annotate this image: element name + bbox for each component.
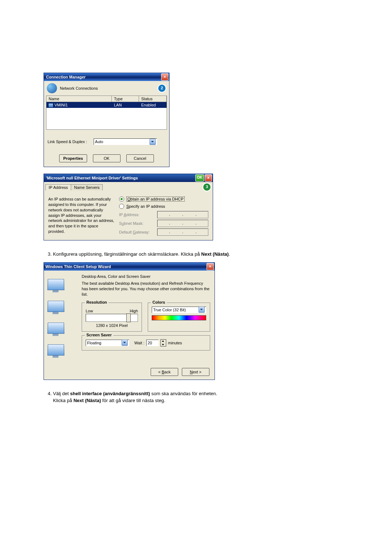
slider-low-label: Low xyxy=(86,309,93,313)
row-status: Enabled xyxy=(139,102,167,108)
resolution-slider[interactable] xyxy=(86,314,138,322)
link-speed-label: Link Speed & Duplex : xyxy=(48,139,87,144)
subnet-mask-input: ... xyxy=(157,220,208,227)
mp-title: 'Microsoft null Ethernet Miniport Driver… xyxy=(46,176,138,180)
colors-value: True Color (32 Bit) xyxy=(153,308,186,312)
colors-legend: Colors xyxy=(151,300,167,304)
close-icon[interactable]: × xyxy=(161,73,168,81)
close-icon[interactable]: × xyxy=(205,174,212,182)
radio-dhcp-label: OObtain an IP address via DHCPbtain an I… xyxy=(126,197,185,202)
row-type: LAN xyxy=(112,102,139,108)
instruction-step-3: Konfigurera upplösning, färginställninga… xyxy=(53,251,348,258)
monitor-icon xyxy=(47,279,64,293)
nic-icon xyxy=(49,104,53,107)
resolution-value: 1280 x 1024 Pixel xyxy=(86,323,138,328)
slider-high-label: High xyxy=(130,309,138,313)
radio-dhcp[interactable] xyxy=(119,197,124,202)
wait-value: 20 xyxy=(148,341,152,345)
screensaver-select[interactable]: Floating xyxy=(86,340,129,346)
colors-fieldset: Colors True Color (32 Bit) xyxy=(148,303,210,332)
slider-thumb[interactable] xyxy=(126,313,131,322)
miniport-settings-window: 'Microsoft null Ethernet Miniport Driver… xyxy=(44,174,213,240)
color-spectrum xyxy=(152,315,206,320)
mp-title-bar: 'Microsoft null Ethernet Miniport Driver… xyxy=(44,174,213,182)
gateway-label: Default Gateway: xyxy=(119,230,157,234)
close-icon[interactable]: × xyxy=(207,263,214,270)
tab-name-servers[interactable]: Name Servers xyxy=(71,184,103,190)
ok-button[interactable]: OK xyxy=(93,154,121,162)
link-speed-select[interactable]: Auto xyxy=(94,138,157,145)
step-badge-3: 3 xyxy=(203,183,211,191)
wz-subtext: The best available Desktop Area (resolut… xyxy=(82,281,210,297)
screensaver-fieldset: Screen Saver Floating Wait : 20 xyxy=(82,335,210,351)
radio-specify-label: Specify an IP address xyxy=(126,204,165,208)
globe-icon xyxy=(47,83,57,93)
connection-manager-window: Connection Manager × Network Connections… xyxy=(44,73,170,167)
col-status[interactable]: Status xyxy=(139,96,167,102)
cancel-button[interactable]: Cancel xyxy=(126,154,154,162)
radio-specify[interactable] xyxy=(119,204,124,209)
resolution-fieldset: Resolution Low High 1280 x 1024 Pixel xyxy=(82,303,142,332)
wz-title: Windows Thin Client Setup Wizard xyxy=(45,264,111,269)
wz-heading: Desktop Area, Color and Screen Saver xyxy=(82,274,210,279)
screensaver-value: Floating xyxy=(87,341,101,345)
resolution-legend: Resolution xyxy=(85,300,109,304)
setup-wizard-window: Windows Thin Client Setup Wizard × Deskt… xyxy=(44,262,215,380)
wz-title-bar: Windows Thin Client Setup Wizard × xyxy=(44,263,215,271)
wait-label: Wait : xyxy=(134,341,144,345)
wait-spinner[interactable] xyxy=(160,339,166,347)
wizard-side-graphic xyxy=(48,274,77,358)
col-type[interactable]: Type xyxy=(112,96,139,102)
chevron-down-icon[interactable] xyxy=(199,307,205,313)
table-row[interactable]: VMINI1 LAN Enabled xyxy=(46,102,167,108)
monitor-icon xyxy=(47,323,64,337)
step-badge-2: 2 xyxy=(158,84,166,93)
instruction-step-4: Välj det shell interface (användargränss… xyxy=(53,390,348,404)
next-button[interactable]: Next > xyxy=(182,368,209,376)
connections-table: Name Type Status VMINI1 LAN Enabled xyxy=(46,96,167,130)
tab-ip-address[interactable]: IP Address xyxy=(45,184,71,190)
monitor-icon xyxy=(47,344,64,358)
cm-title-bar: Connection Manager × xyxy=(44,73,169,81)
wait-input[interactable]: 20 xyxy=(146,340,159,346)
gateway-input: ... xyxy=(157,228,208,236)
properties-button[interactable]: Properties xyxy=(59,154,87,162)
subnet-mask-label: Subnet Mask: xyxy=(119,221,157,226)
chevron-down-icon[interactable] xyxy=(150,139,156,145)
screensaver-legend: Screen Saver xyxy=(85,333,113,337)
monitor-icon xyxy=(47,301,64,315)
title-ok-button[interactable]: OK xyxy=(195,174,204,182)
back-button[interactable]: < Back xyxy=(151,368,178,376)
ip-description: An IP address can be automatically assig… xyxy=(48,197,115,236)
colors-select[interactable]: True Color (32 Bit) xyxy=(152,307,206,313)
cm-title: Connection Manager xyxy=(46,75,86,79)
cm-heading: Network Connections xyxy=(60,86,98,90)
link-speed-value: Auto xyxy=(95,139,103,144)
col-name[interactable]: Name xyxy=(46,96,112,102)
row-name: VMINI1 xyxy=(54,103,68,107)
ip-address-label: IP Address: xyxy=(119,212,157,217)
wait-unit: minutes xyxy=(168,341,182,345)
chevron-down-icon[interactable] xyxy=(122,340,128,346)
ip-address-input: ... xyxy=(157,211,208,218)
